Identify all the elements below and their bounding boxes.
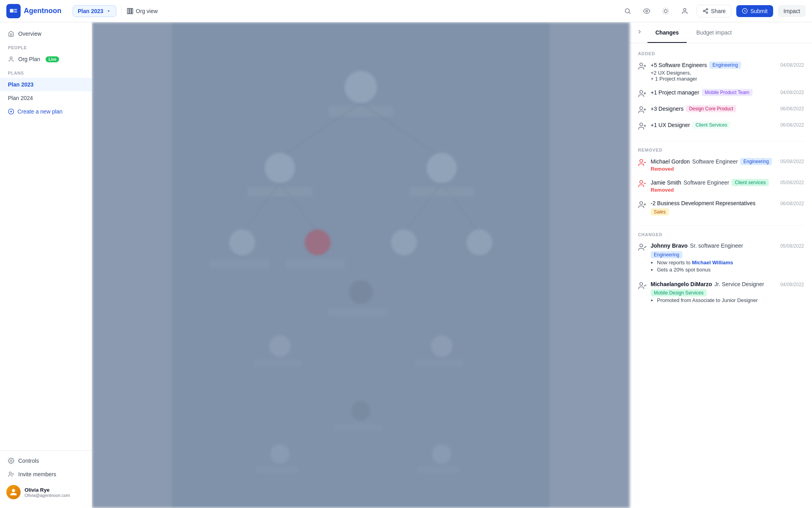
added-3-date: 06/08/2022 [772, 105, 804, 112]
changed-divider [638, 225, 804, 226]
added-3-content: +3 Designers Design Core Product [651, 105, 772, 112]
person-edit-icon-2 [638, 281, 647, 290]
sidebar-item-controls[interactable]: Controls [0, 454, 92, 468]
svg-point-52 [640, 63, 643, 66]
org-view-label: Org view [136, 8, 158, 14]
svg-point-66 [640, 181, 643, 183]
svg-rect-23 [328, 106, 393, 117]
svg-point-72 [640, 283, 643, 285]
tab-changes[interactable]: Changes [647, 23, 687, 43]
sidebar-bottom: Controls Invite members Olivia Rye Olivi… [0, 450, 92, 503]
removed-1-content: Michael Gordon Software Engineer Enginee… [651, 158, 772, 172]
app-name: Agentnoon [24, 7, 61, 15]
changed-2-tag: Mobile Design Services [651, 289, 707, 296]
user-email: Olivia@agentnoon.com [25, 493, 70, 498]
svg-rect-50 [256, 466, 299, 473]
plans-section-label: PLANS [0, 66, 92, 78]
removed-2-name: Jamie Smith [651, 179, 681, 186]
added-1-detail: +2 UX Designers,+ 1 Project manager [651, 70, 772, 82]
svg-point-68 [640, 202, 643, 204]
invite-icon [8, 471, 14, 477]
nav-divider [121, 6, 122, 16]
svg-rect-4 [129, 8, 131, 14]
svg-rect-5 [131, 8, 132, 14]
tab-budget-impact[interactable]: Budget impact [688, 23, 740, 43]
submit-icon [742, 8, 748, 14]
impact-label: Impact [783, 8, 800, 14]
person-add-icon-4 [638, 122, 647, 131]
content-area: Changes Budget impact ADDED +5 Software … [92, 22, 812, 508]
removed-1-role: Software Engineer [692, 158, 738, 165]
svg-rect-2 [14, 11, 17, 13]
impact-button[interactable]: Impact [778, 5, 806, 17]
added-2-content: +1 Project manager Mobile Product Team [651, 89, 772, 96]
sidebar-item-overview[interactable]: Overview [0, 27, 92, 40]
logo-icon [6, 4, 21, 18]
michael-williams-link[interactable]: Michael Williams [692, 260, 733, 266]
svg-point-55 [640, 90, 643, 93]
sidebar: Overview PEOPLE Org Plan Live PLANS Plan… [0, 22, 92, 508]
panel-collapse-button[interactable] [636, 22, 646, 43]
svg-point-18 [9, 472, 11, 474]
sidebar-item-plan-2023[interactable]: Plan 2023 [0, 78, 92, 91]
svg-point-43 [431, 335, 452, 357]
svg-point-35 [305, 229, 331, 255]
user-icon [681, 8, 688, 15]
svg-rect-38 [210, 260, 269, 268]
submit-button[interactable]: Submit [736, 5, 773, 17]
user-button[interactable] [678, 4, 692, 18]
eye-button[interactable] [640, 4, 654, 18]
svg-point-10 [706, 8, 708, 10]
removed-2-date: 05/08/2022 [772, 179, 804, 185]
home-icon [8, 31, 14, 37]
added-2-title: +1 Project manager [651, 89, 699, 96]
changed-1-detail: Now reports to Michael Williams Gets a 2… [651, 260, 772, 273]
org-view-button[interactable]: Org view [126, 8, 158, 15]
plan-selector[interactable]: Plan 2023 [73, 5, 117, 17]
svg-rect-47 [334, 424, 382, 431]
svg-point-11 [703, 10, 705, 12]
settings-button[interactable] [659, 4, 673, 18]
svg-point-6 [625, 9, 630, 13]
removed-2-content: Jamie Smith Software Engineer Client ser… [651, 179, 772, 193]
user-avatar [6, 485, 21, 499]
changed-2-date: 04/08/2022 [772, 281, 804, 287]
svg-point-48 [270, 444, 290, 464]
people-section-label: PEOPLE [0, 40, 92, 52]
added-4-tag: Client Services [692, 121, 730, 129]
removed-item-1: Michael Gordon Software Engineer Enginee… [638, 158, 804, 179]
sidebar-item-plan-2024[interactable]: Plan 2024 [0, 91, 92, 105]
changed-2-name: Michaelangelo DiMarzo [651, 281, 712, 287]
sidebar-item-invite[interactable]: Invite members [0, 468, 92, 481]
plan-2023-label: Plan 2023 [8, 81, 34, 88]
svg-point-12 [706, 12, 708, 13]
create-plan-button[interactable]: Create a new plan [0, 105, 92, 118]
sun-icon [662, 8, 669, 15]
share-icon [703, 8, 709, 14]
panel-header: Changes Budget impact [630, 22, 812, 43]
changed-1-content: Johnny Bravo Sr. software Engineer Engin… [651, 242, 772, 274]
changed-section-label: CHANGED [638, 232, 804, 237]
removed-3-date: 06/08/2022 [772, 200, 804, 206]
added-3-tag: Design Core Product [686, 105, 736, 112]
svg-point-27 [427, 153, 457, 183]
sidebar-item-org-plan[interactable]: Org Plan Live [0, 52, 92, 66]
svg-point-64 [640, 160, 643, 162]
removed-section-label: REMOVED [638, 148, 804, 152]
svg-rect-28 [247, 187, 312, 196]
svg-point-42 [269, 335, 291, 357]
removed-2-status: Removed [651, 187, 772, 193]
person-add-icon-3 [638, 106, 647, 114]
svg-point-37 [467, 229, 492, 255]
share-button[interactable]: Share [697, 5, 732, 17]
svg-point-71 [640, 244, 643, 247]
person-edit-icon-1 [638, 243, 647, 252]
search-button[interactable] [620, 4, 635, 18]
share-label: Share [711, 8, 726, 14]
overview-label: Overview [18, 31, 41, 37]
svg-rect-41 [328, 308, 388, 316]
org-chart[interactable] [92, 22, 630, 508]
added-1-title: +5 Software Engineers [651, 62, 707, 68]
search-icon [624, 8, 631, 15]
removed-3-tag: Sales [651, 208, 669, 216]
